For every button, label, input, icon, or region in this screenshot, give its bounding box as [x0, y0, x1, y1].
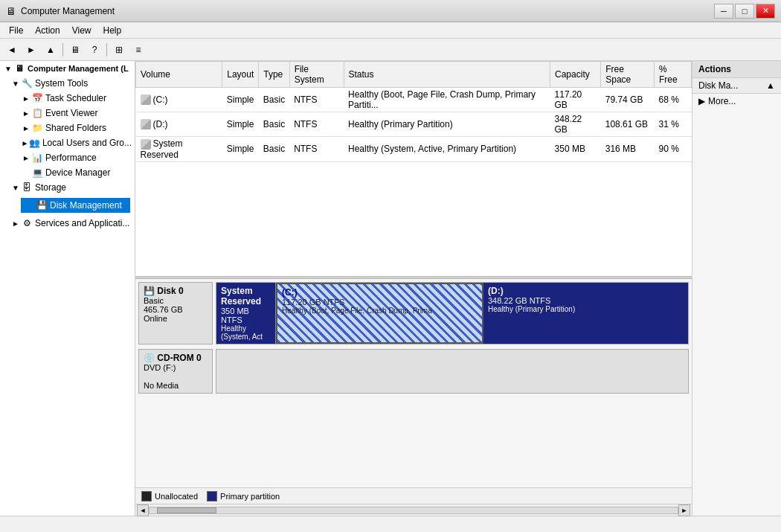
disk-mgmt-label: Disk Management [50, 200, 122, 211]
legend-primary-label: Primary partition [220, 492, 280, 501]
disk-table-area: Volume Layout Type File System Status Ca… [135, 61, 692, 276]
menu-action[interactable]: Action [29, 24, 65, 37]
close-button[interactable]: ✕ [756, 4, 775, 19]
view-button[interactable]: ⊞ [110, 42, 128, 58]
disk-0-status: Online [144, 314, 208, 323]
menu-file[interactable]: File [3, 24, 29, 37]
up-button[interactable]: ▲ [42, 42, 60, 58]
cdrom-0-row: 💿 CD-ROM 0 DVD (F:) No Media [138, 349, 689, 394]
cell-status-0: Healthy (Boot, Page File, Crash Dump, Pr… [344, 88, 550, 112]
services-label: Services and Applicati... [35, 218, 129, 228]
col-volume[interactable]: Volume [136, 62, 222, 88]
help-button[interactable]: ? [86, 42, 103, 58]
tree-performance[interactable]: ► 📊 Performance [0, 150, 135, 165]
window-title: Computer Management [21, 6, 115, 16]
horizontal-scrollbar[interactable]: ◄ ► [135, 504, 692, 516]
cell-fs-2: NTFS [289, 137, 344, 162]
task-scheduler-label: Task Scheduler [45, 93, 106, 103]
cell-volume-1: (D:) [136, 112, 222, 137]
expand-storage: ▼ [10, 184, 21, 192]
minimize-button[interactable]: ─ [714, 4, 733, 19]
partition-c-name: (C:) [282, 287, 478, 298]
performance-label: Performance [45, 153, 97, 163]
menu-help[interactable]: Help [97, 24, 128, 37]
expand-device [21, 169, 31, 177]
task-scheduler-icon: 📅 [31, 92, 43, 104]
cell-fs-0: NTFS [289, 88, 344, 112]
col-status[interactable]: Status [344, 62, 550, 88]
computer-button[interactable]: 🖥 [66, 42, 84, 58]
legend-primary-box [207, 491, 217, 501]
sidebar: ▼ 🖥 Computer Management (L ▼ 🔧 System To… [0, 61, 135, 516]
expand-event: ► [21, 109, 31, 118]
col-layout[interactable]: Layout [222, 62, 259, 88]
back-button[interactable]: ◄ [3, 42, 21, 58]
tree-system-tools[interactable]: ▼ 🔧 System Tools [0, 76, 135, 91]
storage-label: Storage [35, 182, 66, 193]
tree-services[interactable]: ► ⚙ Services and Applicati... [0, 216, 135, 231]
actions-more[interactable]: ▶ More... [692, 94, 781, 109]
actions-sub-label: Disk Ma... [698, 80, 738, 91]
partition-d-drive[interactable]: (D:) 348.22 GB NTFS Healthy (Primary Par… [483, 283, 688, 344]
tree-root[interactable]: ▼ 🖥 Computer Management (L [0, 61, 135, 76]
partition-system-reserved[interactable]: System Reserved 350 MB NTFS Healthy (Sys… [216, 283, 276, 344]
legend-primary: Primary partition [207, 491, 280, 501]
actions-expand-icon: ▲ [766, 80, 775, 91]
table-row[interactable]: (D:) Simple Basic NTFS Healthy (Primary … [136, 112, 692, 137]
status-bar [0, 516, 781, 532]
cell-volume-2: System Reserved [136, 137, 222, 162]
disk-mgmt-icon: 💾 [36, 199, 48, 211]
col-capacity[interactable]: Capacity [550, 62, 601, 88]
cell-type-2: Basic [259, 137, 289, 162]
cell-status-2: Healthy (System, Active, Primary Partiti… [344, 137, 550, 162]
tree-storage[interactable]: ▼ 🗄 Storage [0, 180, 135, 195]
table-row[interactable]: System Reserved Simple Basic NTFS Health… [136, 137, 692, 162]
tree-shared-folders[interactable]: ► 📁 Shared Folders [0, 121, 135, 135]
system-tools-icon: 🔧 [21, 77, 33, 89]
content-area: Volume Layout Type File System Status Ca… [135, 61, 692, 516]
expand-root: ▼ [3, 65, 13, 73]
cell-layout-2: Simple [222, 137, 259, 162]
partition-c-drive[interactable]: (C:) 117.20 GB NTFS Healthy (Boot, Page … [276, 283, 483, 344]
scroll-thumb[interactable] [157, 507, 216, 513]
disk-map-area: 💾 Disk 0 Basic 465.76 GB Online System R… [135, 279, 692, 487]
tree-task-scheduler[interactable]: ► 📅 Task Scheduler [0, 91, 135, 106]
col-freespace[interactable]: Free Space [601, 62, 655, 88]
root-label: Computer Management (L [28, 64, 129, 73]
disk-0-type: Basic [144, 296, 208, 305]
local-users-label: Local Users and Gro... [42, 138, 132, 148]
partition-d-desc: Healthy (Primary Partition) [488, 305, 684, 313]
scroll-right-arrow[interactable]: ► [678, 504, 690, 516]
list-button[interactable]: ≡ [129, 42, 147, 58]
cell-layout-1: Simple [222, 112, 259, 137]
scroll-left-arrow[interactable]: ◄ [137, 504, 149, 516]
cdrom-0-partitions [216, 349, 689, 394]
col-filesystem[interactable]: File System [289, 62, 344, 88]
cell-type-0: Basic [259, 88, 289, 112]
partition-d-name: (D:) [488, 286, 684, 296]
disk-0-label: 💾 Disk 0 Basic 465.76 GB Online [138, 282, 213, 344]
tree-disk-management[interactable]: 💾 Disk Management [21, 198, 130, 213]
restore-button[interactable]: □ [735, 4, 754, 19]
scroll-track[interactable] [149, 507, 678, 514]
menu-view[interactable]: View [66, 24, 97, 37]
expand-services: ► [10, 219, 21, 228]
partition-sysres-size: 350 MB NTFS [221, 307, 271, 324]
tree-local-users[interactable]: ► 👥 Local Users and Gro... [0, 135, 135, 150]
partition-cdrom [216, 350, 688, 393]
col-percentfree[interactable]: % Free [655, 62, 692, 88]
system-tools-label: System Tools [35, 78, 88, 89]
expand-shared: ► [21, 124, 31, 132]
partition-c-desc: Healthy (Boot, Page File, Crash Dump, Pr… [282, 307, 478, 315]
local-users-icon: 👥 [29, 137, 40, 149]
forward-button[interactable]: ► [22, 42, 40, 58]
tree-event-viewer[interactable]: ► 📋 Event Viewer [0, 106, 135, 121]
col-type[interactable]: Type [259, 62, 289, 88]
storage-icon: 🗄 [21, 182, 33, 193]
partition-sysres-name: System Reserved [221, 286, 271, 307]
table-row[interactable]: (C:) Simple Basic NTFS Healthy (Boot, Pa… [136, 88, 692, 112]
cell-layout-0: Simple [222, 88, 259, 112]
cell-freespace-0: 79.74 GB [601, 88, 655, 112]
tree-device-manager[interactable]: 💻 Device Manager [0, 165, 135, 180]
partition-c-size: 117.20 GB NTFS [282, 298, 478, 307]
